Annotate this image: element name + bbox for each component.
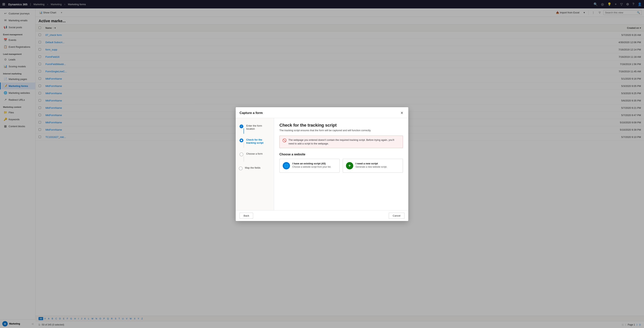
plus-circle-icon: +: [348, 163, 351, 168]
existing-script-text: I have an existing script (43) Choose a …: [292, 162, 331, 168]
step-item-check-tracking: Check for the tracking script: [236, 136, 274, 150]
step-item-enter-location: ✓ Enter the form location: [236, 122, 274, 136]
dialog-body: ✓ Enter the form location Check for the: [236, 118, 408, 210]
step-connector-2: [244, 142, 244, 148]
step-check-icon: ✓: [240, 125, 242, 128]
existing-script-desc: Choose a website script from your list.: [292, 166, 331, 168]
dialog-close-button[interactable]: ✕: [399, 110, 404, 116]
step-indicator-1: ✓: [240, 124, 243, 128]
dialog-title: Capture a form: [240, 111, 263, 115]
globe-icon: 🌐: [284, 164, 289, 168]
new-script-text: I need a new script Generate a new websi…: [356, 162, 387, 168]
step-label-3: Choose a form: [246, 152, 262, 156]
step-dot-2: [241, 140, 242, 141]
step-item-choose-form: Choose a form: [236, 150, 274, 164]
existing-script-label: I have an existing script (43): [292, 162, 331, 165]
step-label-1: Enter the form location: [246, 124, 271, 131]
step-connector-3: [244, 156, 244, 162]
new-script-desc: Generate a new website script.: [356, 166, 387, 168]
new-script-label: I need a new script: [356, 162, 387, 165]
cancel-button[interactable]: Cancel: [389, 213, 404, 219]
new-script-icon-circle: +: [346, 162, 353, 169]
existing-script-option[interactable]: 🌐 I have an existing script (43) Choose …: [280, 159, 340, 173]
step-label-4: Map the fields: [245, 166, 260, 170]
capture-form-dialog: Capture a form ✕ ✓ Enter the form locati…: [236, 107, 408, 221]
dialog-footer: Back Cancel: [236, 210, 408, 221]
dialog-header: Capture a form ✕: [236, 107, 408, 118]
error-text: The webpage you entered doesn't contain …: [288, 138, 400, 146]
dialog-step-title: Check for the tracking script: [280, 123, 403, 128]
new-script-option[interactable]: + I need a new script Generate a new web…: [343, 159, 403, 173]
step-label-2: Check for the tracking script: [246, 138, 271, 145]
dialog-step-desc: The tracking script ensures that the for…: [280, 129, 403, 132]
dialog-overlay[interactable]: Capture a form ✕ ✓ Enter the form locati…: [0, 0, 644, 328]
dialog-steps-panel: ✓ Enter the form location Check for the: [236, 118, 274, 210]
back-button[interactable]: Back: [240, 213, 253, 219]
existing-script-icon-circle: 🌐: [283, 162, 290, 169]
choose-website-title: Choose a website: [280, 153, 403, 156]
error-icon: 🚫: [282, 138, 286, 142]
website-options: 🌐 I have an existing script (43) Choose …: [280, 159, 403, 173]
dialog-main-content: Check for the tracking script The tracki…: [274, 118, 408, 210]
step-indicator-2: [240, 138, 243, 142]
step-indicator-3: [240, 152, 243, 156]
step-item-map-fields: Map the fields: [236, 164, 274, 173]
step-connector-1: [244, 128, 244, 134]
step-indicator-4: [239, 166, 242, 170]
error-banner: 🚫 The webpage you entered doesn't contai…: [280, 136, 403, 148]
